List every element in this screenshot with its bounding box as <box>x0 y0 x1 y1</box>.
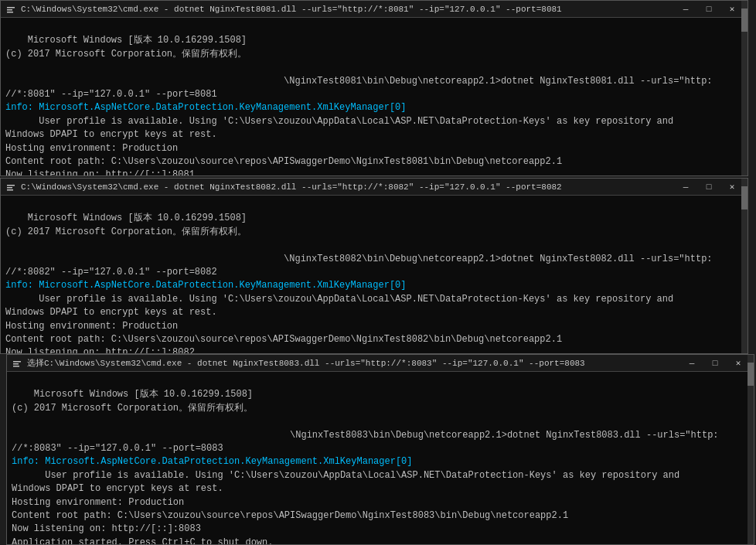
svg-rect-10 <box>13 363 19 365</box>
w2-line-8: Windows DPAPI to encrypt keys at rest. <box>5 307 217 318</box>
titlebar-8083[interactable]: 选择C:\Windows\System32\cmd.exe - dotnet N… <box>7 355 754 372</box>
minimize-button-8083[interactable]: — <box>681 356 703 370</box>
w3-line-8: Windows DPAPI to encrypt keys at rest. <box>12 483 223 494</box>
minimize-button-8082[interactable]: — <box>675 180 696 194</box>
close-button-8082[interactable]: ✕ <box>721 180 743 194</box>
w3-line-2: (c) 2017 Microsoft Corporation。保留所有权利。 <box>12 403 253 414</box>
scrollbar-thumb-8082[interactable] <box>741 186 747 209</box>
close-button-8083[interactable]: ✕ <box>727 356 749 370</box>
cmd-window-8082: C:\Windows\System32\cmd.exe - dotnet Ngi… <box>0 178 748 354</box>
maximize-button-8081[interactable]: □ <box>698 2 720 16</box>
console-output-8081: Microsoft Windows [版本 10.0.16299.1508] (… <box>1 18 747 175</box>
w2-line-7: User profile is available. Using 'C:\Use… <box>5 294 673 305</box>
w3-line-1: Microsoft Windows [版本 10.0.16299.1508] <box>34 389 253 400</box>
svg-rect-6 <box>7 187 12 189</box>
line-11: Now listening on: http://[::]:8081 <box>5 169 195 175</box>
line-4: \NginxTest8081\bin\Debug\netcoreapp2.1>d… <box>5 76 713 87</box>
w3-line-10: Content root path: C:\Users\zouzou\sourc… <box>12 510 568 521</box>
titlebar-8082[interactable]: C:\Windows\System32\cmd.exe - dotnet Ngi… <box>1 179 747 196</box>
scrollbar-thumb-8083[interactable] <box>747 363 754 386</box>
svg-rect-11 <box>13 366 19 367</box>
window-controls-8081[interactable]: — □ ✕ <box>675 2 743 16</box>
line-9: Hosting environment: Production <box>5 143 178 154</box>
scrollbar-8081[interactable] <box>741 1 747 175</box>
w2-info-line: info: Microsoft.AspNetCore.DataProtectio… <box>5 280 406 291</box>
w3-line-4: \NginxTest8083\bin\Debug\netcoreapp2.1>d… <box>12 430 719 441</box>
window-title-8082: C:\Windows\System32\cmd.exe - dotnet Ngi… <box>21 182 669 192</box>
console-output-8082: Microsoft Windows [版本 10.0.16299.1508] (… <box>1 196 747 353</box>
w3-line-12: Application started. Press Ctrl+C to shu… <box>12 537 273 544</box>
svg-rect-1 <box>7 7 15 9</box>
line-7: User profile is available. Using 'C:\Use… <box>5 116 673 127</box>
line-1: Microsoft Windows [版本 10.0.16299.1508] <box>28 35 247 46</box>
w2-line-4: \NginxTest8082\bin\Debug\netcoreapp2.1>d… <box>5 254 713 264</box>
w2-line-2: (c) 2017 Microsoft Corporation。保留所有权利。 <box>5 227 247 237</box>
console-output-8083: Microsoft Windows [版本 10.0.16299.1508] (… <box>7 372 754 544</box>
window-title-8081: C:\Windows\System32\cmd.exe - dotnet Ngi… <box>21 5 669 14</box>
titlebar-8081[interactable]: C:\Windows\System32\cmd.exe - dotnet Ngi… <box>1 1 747 18</box>
svg-rect-2 <box>7 9 12 11</box>
w3-line-5: //*:8083" --ip="127.0.0.1" --port=8083 <box>12 443 223 454</box>
svg-rect-5 <box>7 185 15 186</box>
line-2: (c) 2017 Microsoft Corporation。保留所有权利。 <box>5 49 247 60</box>
scrollbar-thumb-8081[interactable] <box>741 9 747 32</box>
w3-line-9: Hosting environment: Production <box>12 497 184 508</box>
close-button-8081[interactable]: ✕ <box>721 2 743 16</box>
w2-line-5: //*:8082" --ip="127.0.0.1" --port=8082 <box>5 267 217 278</box>
minimize-button-8081[interactable]: — <box>675 2 696 16</box>
info-line-1: info: Microsoft.AspNetCore.DataProtectio… <box>5 102 406 113</box>
maximize-button-8082[interactable]: □ <box>698 180 720 194</box>
w3-line-7: User profile is available. Using 'C:\Use… <box>12 470 679 481</box>
maximize-button-8083[interactable]: □ <box>704 356 726 370</box>
cmd-icon-2 <box>5 182 16 192</box>
w2-line-11: Now listening on: http://[::]:8082 <box>5 347 195 353</box>
line-8: Windows DPAPI to encrypt keys at rest. <box>5 129 217 140</box>
line-5: //*:8081" --ip="127.0.0.1" --port=8081 <box>5 89 217 100</box>
cmd-window-8081: C:\Windows\System32\cmd.exe - dotnet Ngi… <box>0 0 748 176</box>
w3-line-11: Now listening on: http://[::]:8083 <box>12 523 201 534</box>
svg-rect-7 <box>7 189 13 191</box>
cmd-icon <box>5 4 16 15</box>
w2-line-9: Hosting environment: Production <box>5 321 178 332</box>
cmd-icon-3 <box>12 358 22 369</box>
window-controls-8083[interactable]: — □ ✕ <box>681 356 749 370</box>
w2-line-1: Microsoft Windows [版本 10.0.16299.1508] <box>28 213 247 223</box>
svg-rect-3 <box>7 12 13 13</box>
cmd-window-8083: 选择C:\Windows\System32\cmd.exe - dotnet N… <box>6 354 754 545</box>
window-controls-8082[interactable]: — □ ✕ <box>675 180 743 194</box>
svg-rect-9 <box>13 361 21 363</box>
line-10: Content root path: C:\Users\zouzou\sourc… <box>5 156 562 167</box>
w2-line-10: Content root path: C:\Users\zouzou\sourc… <box>5 334 562 345</box>
scrollbar-8082[interactable] <box>741 179 747 353</box>
scrollbar-8083[interactable] <box>747 355 754 544</box>
w3-info-line: info: Microsoft.AspNetCore.DataProtectio… <box>12 456 412 467</box>
window-title-8083: 选择C:\Windows\System32\cmd.exe - dotnet N… <box>27 357 675 369</box>
